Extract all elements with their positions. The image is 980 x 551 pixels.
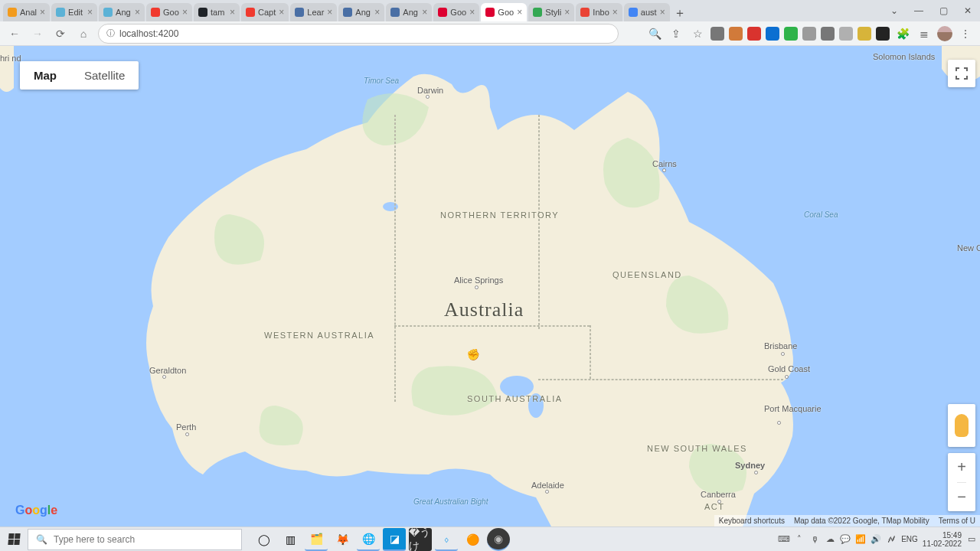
site-info-icon[interactable]: ⓘ xyxy=(106,28,115,39)
extension-icon[interactable] xyxy=(784,27,798,41)
chrome-canary-icon[interactable]: 🟠 xyxy=(461,528,484,551)
extension-icon[interactable] xyxy=(802,27,816,41)
favicon xyxy=(629,8,638,17)
island-label-newcal: New Cale… xyxy=(957,243,980,253)
profile-avatar[interactable] xyxy=(937,26,952,41)
back-button[interactable]: ← xyxy=(6,25,23,42)
taskbar-search[interactable]: 🔍 Type here to search xyxy=(28,529,242,550)
pegman-button[interactable] xyxy=(948,404,975,447)
tab-12[interactable]: Inbo× xyxy=(576,3,622,21)
grab-cursor-icon: ✊ xyxy=(466,347,480,360)
map-canvas[interactable]: Australia NORTHERN TERRITORY WESTERN AUS… xyxy=(0,46,980,527)
extension-icon[interactable] xyxy=(766,27,779,41)
close-icon[interactable]: × xyxy=(422,7,427,18)
close-icon[interactable]: × xyxy=(87,7,93,18)
forward-button[interactable]: → xyxy=(29,25,46,42)
star-icon[interactable]: ☆ xyxy=(689,25,706,42)
terminal-icon[interactable]: �うけ xyxy=(409,528,432,551)
close-icon[interactable]: × xyxy=(660,7,665,18)
language-indicator[interactable]: ENG xyxy=(901,535,918,543)
extensions-menu-icon[interactable]: 🧩 xyxy=(894,25,911,42)
vscode-icon[interactable]: ⬨ xyxy=(435,528,458,551)
tab-7[interactable]: Ang× xyxy=(338,3,384,21)
extension-icon[interactable] xyxy=(839,27,853,41)
chevron-down-icon[interactable]: ⌄ xyxy=(882,0,906,21)
favicon xyxy=(485,8,495,17)
share-icon[interactable]: ⇪ xyxy=(668,25,684,42)
file-explorer-icon[interactable]: 🗂️ xyxy=(305,528,328,551)
map-type-satellite-button[interactable]: Satellite xyxy=(70,61,139,90)
tab-3[interactable]: Goo× xyxy=(146,3,192,21)
touch-keyboard-icon[interactable]: ⌨ xyxy=(779,534,789,545)
close-icon[interactable]: × xyxy=(40,7,45,18)
google-logo[interactable]: Google xyxy=(15,504,57,517)
close-icon[interactable]: × xyxy=(374,7,380,18)
terms-link[interactable]: Terms of U xyxy=(939,517,975,525)
close-window-button[interactable]: ✕ xyxy=(956,0,980,21)
close-icon[interactable]: × xyxy=(327,7,332,18)
mic-icon[interactable]: 🎙 xyxy=(809,534,820,545)
obs-icon[interactable]: ◉ xyxy=(487,528,510,551)
task-view-icon[interactable]: ▥ xyxy=(279,528,302,551)
tab-13[interactable]: aust× xyxy=(624,3,670,21)
minimize-button[interactable]: — xyxy=(906,0,931,21)
zoom-in-button[interactable]: + xyxy=(957,453,966,482)
action-center-icon[interactable]: ▭ xyxy=(966,534,977,545)
tab-5[interactable]: Capt× xyxy=(241,3,289,21)
meet-now-icon[interactable]: 💬 xyxy=(840,534,851,545)
reload-button[interactable]: ⟳ xyxy=(52,25,69,42)
tab-10[interactable]: Goo× xyxy=(481,3,527,21)
close-icon[interactable]: × xyxy=(612,7,618,18)
city-dot xyxy=(545,490,549,494)
tray-chevron-icon[interactable]: ˄ xyxy=(794,534,805,545)
tab-6[interactable]: Lear× xyxy=(290,3,337,21)
city-label-cairns: Cairns xyxy=(652,159,677,168)
close-icon[interactable]: × xyxy=(469,7,475,18)
extension-icon[interactable] xyxy=(858,27,871,41)
extension-icon[interactable] xyxy=(747,27,761,41)
maximize-button[interactable]: ▢ xyxy=(931,0,956,21)
close-icon[interactable]: × xyxy=(230,7,235,18)
extension-icon[interactable] xyxy=(729,27,743,41)
zoom-out-button[interactable]: − xyxy=(957,482,966,512)
zoom-control: + − xyxy=(948,453,975,511)
tab-11[interactable]: Styli× xyxy=(528,3,574,21)
firefox-icon[interactable]: 🦊 xyxy=(331,528,354,551)
close-icon[interactable]: × xyxy=(517,7,522,18)
address-bar[interactable]: ⓘ localhost:4200 xyxy=(98,24,619,44)
kebab-menu-icon[interactable]: ⋮ xyxy=(957,25,974,42)
tab-8[interactable]: Ang× xyxy=(386,3,432,21)
url-text: localhost:4200 xyxy=(119,28,178,39)
map-type-map-button[interactable]: Map xyxy=(20,61,70,90)
close-icon[interactable]: × xyxy=(564,7,570,18)
state-border xyxy=(394,325,590,327)
tab-1[interactable]: Edit× xyxy=(51,3,97,21)
keyboard-shortcuts-link[interactable]: Keyboard shortcuts xyxy=(719,517,785,525)
fullscreen-button[interactable] xyxy=(948,60,975,87)
home-button[interactable]: ⌂ xyxy=(75,25,92,42)
close-icon[interactable]: × xyxy=(279,7,284,18)
close-icon[interactable]: × xyxy=(182,7,188,18)
volume-icon[interactable]: 🔊 xyxy=(871,534,881,545)
tab-9[interactable]: Goo× xyxy=(433,3,479,21)
new-tab-button[interactable]: ＋ xyxy=(671,5,688,21)
chrome-icon[interactable]: 🌐 xyxy=(357,528,380,551)
extension-icon[interactable] xyxy=(821,27,835,41)
reading-list-icon[interactable]: ≣ xyxy=(916,25,933,42)
zoom-icon[interactable]: 🔍 xyxy=(646,25,663,42)
wifi-icon[interactable]: 📶 xyxy=(855,534,866,545)
city-dot xyxy=(185,432,189,436)
tab-0[interactable]: Anal× xyxy=(3,3,50,21)
tab-2[interactable]: Ang× xyxy=(99,3,145,21)
start-button[interactable] xyxy=(0,527,28,552)
close-icon[interactable]: × xyxy=(135,7,140,18)
extension-icon[interactable] xyxy=(876,27,890,41)
taskbar-clock[interactable]: 15:49 11-02-2022 xyxy=(923,531,962,548)
cortana-icon[interactable]: ◯ xyxy=(253,528,276,551)
battery-icon[interactable]: 🗲 xyxy=(886,534,897,545)
app-icon[interactable]: ◪ xyxy=(383,528,406,551)
onedrive-icon[interactable]: ☁ xyxy=(825,534,835,545)
city-dot xyxy=(717,500,721,504)
tab-4[interactable]: tam× xyxy=(194,3,240,21)
extension-icon[interactable] xyxy=(710,27,724,41)
